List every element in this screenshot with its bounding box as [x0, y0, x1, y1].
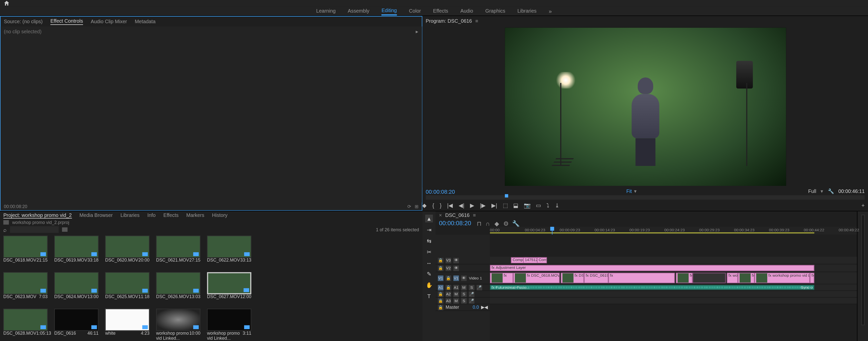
resolution-dropdown-icon[interactable]: ▾ [820, 189, 823, 194]
timeline-clip[interactable]: fx [810, 273, 814, 283]
project-clip[interactable]: DSC_061646:11 [54, 309, 104, 341]
project-clip[interactable]: DSC_0627.MOV12:00 [207, 272, 257, 305]
project-clip[interactable]: DSC_0624.MOV13:00 [54, 272, 104, 305]
tab-project[interactable]: Project: workshop promo vid_2 [3, 212, 72, 218]
workspace-graphics[interactable]: Graphics [485, 7, 505, 15]
program-timecode[interactable]: 00:00:08:20 [426, 189, 455, 195]
overwrite-icon[interactable]: ⤓ [555, 202, 559, 208]
tab-history[interactable]: History [212, 212, 227, 218]
go-to-in-icon[interactable]: |◀ [447, 202, 453, 208]
project-clip[interactable]: DSC_0628.MOV1:05:13 [3, 309, 53, 341]
timeline-clip[interactable]: Comp 1 [537, 257, 547, 263]
razor-tool-icon[interactable]: ✂ [425, 248, 433, 256]
play-icon[interactable]: ▶ [470, 202, 474, 208]
selection-tool-icon[interactable]: ▲ [425, 215, 433, 223]
tab-source[interactable]: Source: (no clips) [4, 19, 43, 25]
timeline-clip[interactable]: fx [490, 273, 513, 283]
workspace-overflow-icon[interactable]: » [549, 8, 552, 14]
timeline-clip[interactable]: fx workshop promo vid Linked Comp 07.avi [754, 273, 810, 283]
project-grid[interactable]: DSC_0618.MOV21:15DSC_0619.MOV33:18DSC_06… [0, 234, 422, 341]
track-header-a1[interactable]: A1🔒A1MS🎤 [436, 284, 490, 291]
timeline-clip[interactable]: fx DSC_0619.MOV [584, 273, 609, 283]
project-clip[interactable]: DSC_0621.MOV27:15 [156, 236, 206, 269]
track-header-a2[interactable]: 🔒A2MS🎤 [436, 291, 490, 298]
timeline-ruler[interactable]: 00:0000:00:04:2300:00:09:2300:00:14:2300… [490, 227, 857, 235]
sequence-tab[interactable]: DSC_0616 [445, 212, 470, 218]
playhead-icon[interactable] [550, 227, 554, 231]
settings-wrench-icon[interactable]: 🔧 [828, 189, 834, 194]
project-clip[interactable]: DSC_0618.MOV21:15 [3, 236, 53, 269]
mark-out-icon[interactable]: } [440, 202, 441, 208]
project-clip[interactable]: DSC_0623.MOV7:03 [3, 272, 53, 305]
project-clip[interactable]: DSC_0625.MOV11:18 [105, 272, 155, 305]
program-tab-close-icon[interactable]: ≡ [475, 18, 478, 24]
hand-tool-icon[interactable]: ✋ [425, 281, 433, 289]
source-loop-icon[interactable]: ⟳ [407, 204, 411, 209]
bin-icon[interactable] [3, 220, 9, 225]
project-clip[interactable]: workshop promo vid Linked...3:11 [207, 309, 257, 341]
tab-audio-clip-mixer[interactable]: Audio Clip Mixer [91, 19, 127, 25]
track-header-a3[interactable]: 🔒A3MS🎤 [436, 298, 490, 304]
project-clip[interactable]: DSC_0620.MOV20:00 [105, 236, 155, 269]
track-header-v3[interactable]: 🔒V3👁 [436, 257, 490, 265]
slip-tool-icon[interactable]: ↔ [425, 259, 433, 267]
export-frame-icon[interactable]: 📷 [524, 202, 530, 208]
linked-selection-icon[interactable]: ∩ [486, 220, 491, 226]
timeline-clip[interactable]: fx DSC_0621.MOV [676, 273, 692, 283]
mark-in-icon[interactable]: { [432, 202, 434, 208]
program-tab[interactable]: Program: DSC_0616 [426, 18, 472, 24]
zoom-dropdown-icon[interactable]: ▾ [634, 189, 637, 194]
insert-icon[interactable]: ⤵ [547, 202, 549, 208]
track-header-v1[interactable]: V1🔒V1👁Video 1 [436, 272, 490, 284]
pen-tool-icon[interactable]: ✎ [425, 270, 433, 278]
type-tool-icon[interactable]: T [425, 292, 433, 300]
tab-metadata[interactable]: Metadata [135, 19, 155, 25]
go-to-out-icon[interactable]: ▶| [491, 202, 497, 208]
workspace-editing[interactable]: Editing [382, 6, 397, 15]
timeline-clip[interactable]: fx DSC_0618.MOV [561, 273, 584, 283]
marker-icon[interactable]: ◆ [494, 220, 500, 226]
project-clip[interactable]: workshop promo vid Linked...10:00 [156, 309, 206, 341]
button-editor-icon[interactable]: + [862, 202, 868, 208]
tab-media-browser[interactable]: Media Browser [80, 212, 113, 218]
project-clip[interactable]: white4:23 [105, 309, 155, 341]
workspace-learning[interactable]: Learning [316, 7, 336, 15]
step-back-icon[interactable]: ◀| [459, 202, 464, 208]
seq-menu-icon[interactable]: × [439, 212, 442, 218]
timeline-clip[interactable]: fx works [727, 273, 738, 283]
track-select-tool-icon[interactable]: ⇥ [425, 226, 433, 234]
comparison-icon[interactable]: ▭ [536, 202, 541, 208]
tab-info[interactable]: Info [147, 212, 156, 218]
wrench-icon[interactable]: 🔧 [512, 220, 518, 226]
filter-bin-icon[interactable] [62, 227, 68, 232]
tab-markers[interactable]: Markers [186, 212, 204, 218]
timeline-timecode[interactable]: 00:00:08:20 [439, 220, 471, 226]
workspace-audio[interactable]: Audio [460, 7, 473, 15]
search-icon[interactable]: ⌕ [3, 227, 6, 233]
timeline-audio-clip[interactable]: fx Futurecreat-Fusio...Sync o [490, 285, 814, 290]
workspace-color[interactable]: Color [409, 7, 421, 15]
extract-icon[interactable]: ⬓ [513, 202, 518, 208]
workspace-effects[interactable]: Effects [433, 7, 448, 15]
home-icon[interactable] [3, 0, 10, 6]
sequence-tab-menu-icon[interactable]: ≡ [473, 212, 476, 218]
ripple-tool-icon[interactable]: ⇆ [425, 237, 433, 245]
search-input[interactable] [10, 226, 59, 233]
timeline-clip[interactable]: fxAdjustment Layer [490, 265, 814, 271]
step-forward-icon[interactable]: |▶ [480, 202, 486, 208]
track-area[interactable]: Comp 0147512.ffComp 1 fxAdjustment Layer… [490, 235, 857, 341]
tab-effects[interactable]: Effects [163, 212, 179, 218]
tab-effect-controls[interactable]: Effect Controls [51, 18, 83, 25]
source-settings-icon[interactable]: ⊞ [415, 204, 418, 209]
track-header-v2[interactable]: 🔒V2👁 [436, 264, 490, 272]
add-marker-icon[interactable]: ◆ [422, 202, 427, 208]
zoom-select[interactable]: Fit [626, 189, 632, 194]
program-scrubber[interactable] [426, 195, 865, 200]
timeline-clip[interactable]: fx DSC_062 [738, 273, 755, 283]
expand-icon[interactable]: ▸ [416, 29, 418, 34]
timeline-clip[interactable]: fx [692, 273, 726, 283]
lift-icon[interactable]: ⬚ [503, 202, 508, 208]
track-header-master[interactable]: 🔒Master0.0▶◀ [436, 304, 490, 311]
timeline-clip[interactable]: fx DSC_0618.MOV [513, 273, 560, 283]
settings-icon[interactable]: ⚙ [503, 220, 509, 226]
